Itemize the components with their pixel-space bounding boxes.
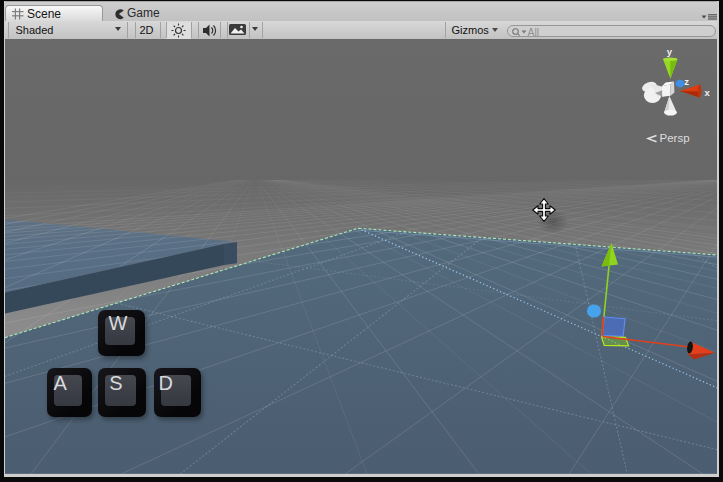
- svg-text:y: y: [667, 46, 673, 57]
- svg-text:x: x: [705, 87, 711, 98]
- svg-text:Persp: Persp: [660, 132, 690, 144]
- svg-text:z: z: [684, 76, 689, 87]
